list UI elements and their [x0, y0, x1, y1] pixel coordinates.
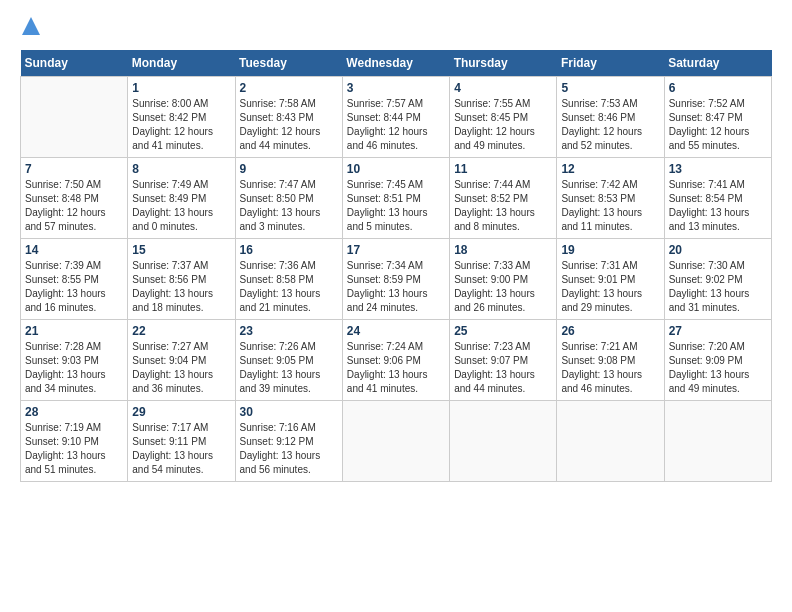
week-row-1: 1Sunrise: 8:00 AMSunset: 8:42 PMDaylight…	[21, 76, 772, 157]
day-header-saturday: Saturday	[664, 50, 771, 77]
week-row-4: 21Sunrise: 7:28 AMSunset: 9:03 PMDayligh…	[21, 319, 772, 400]
day-cell: 10Sunrise: 7:45 AMSunset: 8:51 PMDayligh…	[342, 157, 449, 238]
day-number: 24	[347, 324, 445, 338]
day-info: Sunrise: 7:27 AMSunset: 9:04 PMDaylight:…	[132, 340, 230, 396]
page-header	[20, 20, 772, 40]
calendar-header-row: SundayMondayTuesdayWednesdayThursdayFrid…	[21, 50, 772, 77]
day-number: 12	[561, 162, 659, 176]
day-number: 25	[454, 324, 552, 338]
day-info: Sunrise: 8:00 AMSunset: 8:42 PMDaylight:…	[132, 97, 230, 153]
day-number: 3	[347, 81, 445, 95]
week-row-2: 7Sunrise: 7:50 AMSunset: 8:48 PMDaylight…	[21, 157, 772, 238]
day-info: Sunrise: 7:37 AMSunset: 8:56 PMDaylight:…	[132, 259, 230, 315]
day-info: Sunrise: 7:58 AMSunset: 8:43 PMDaylight:…	[240, 97, 338, 153]
day-info: Sunrise: 7:39 AMSunset: 8:55 PMDaylight:…	[25, 259, 123, 315]
day-number: 10	[347, 162, 445, 176]
svg-marker-0	[22, 17, 40, 35]
day-cell: 6Sunrise: 7:52 AMSunset: 8:47 PMDaylight…	[664, 76, 771, 157]
day-number: 26	[561, 324, 659, 338]
day-info: Sunrise: 7:30 AMSunset: 9:02 PMDaylight:…	[669, 259, 767, 315]
day-info: Sunrise: 7:42 AMSunset: 8:53 PMDaylight:…	[561, 178, 659, 234]
day-info: Sunrise: 7:16 AMSunset: 9:12 PMDaylight:…	[240, 421, 338, 477]
day-header-thursday: Thursday	[450, 50, 557, 77]
day-cell: 12Sunrise: 7:42 AMSunset: 8:53 PMDayligh…	[557, 157, 664, 238]
day-number: 16	[240, 243, 338, 257]
week-row-3: 14Sunrise: 7:39 AMSunset: 8:55 PMDayligh…	[21, 238, 772, 319]
day-number: 4	[454, 81, 552, 95]
calendar-table: SundayMondayTuesdayWednesdayThursdayFrid…	[20, 50, 772, 482]
day-info: Sunrise: 7:31 AMSunset: 9:01 PMDaylight:…	[561, 259, 659, 315]
day-cell: 28Sunrise: 7:19 AMSunset: 9:10 PMDayligh…	[21, 400, 128, 481]
day-info: Sunrise: 7:53 AMSunset: 8:46 PMDaylight:…	[561, 97, 659, 153]
day-cell: 27Sunrise: 7:20 AMSunset: 9:09 PMDayligh…	[664, 319, 771, 400]
day-cell: 24Sunrise: 7:24 AMSunset: 9:06 PMDayligh…	[342, 319, 449, 400]
day-cell: 16Sunrise: 7:36 AMSunset: 8:58 PMDayligh…	[235, 238, 342, 319]
day-cell: 15Sunrise: 7:37 AMSunset: 8:56 PMDayligh…	[128, 238, 235, 319]
day-number: 7	[25, 162, 123, 176]
day-number: 21	[25, 324, 123, 338]
day-cell: 5Sunrise: 7:53 AMSunset: 8:46 PMDaylight…	[557, 76, 664, 157]
day-cell: 11Sunrise: 7:44 AMSunset: 8:52 PMDayligh…	[450, 157, 557, 238]
day-cell: 29Sunrise: 7:17 AMSunset: 9:11 PMDayligh…	[128, 400, 235, 481]
day-number: 11	[454, 162, 552, 176]
day-number: 1	[132, 81, 230, 95]
day-info: Sunrise: 7:47 AMSunset: 8:50 PMDaylight:…	[240, 178, 338, 234]
day-info: Sunrise: 7:23 AMSunset: 9:07 PMDaylight:…	[454, 340, 552, 396]
day-cell: 26Sunrise: 7:21 AMSunset: 9:08 PMDayligh…	[557, 319, 664, 400]
day-cell	[21, 76, 128, 157]
day-info: Sunrise: 7:41 AMSunset: 8:54 PMDaylight:…	[669, 178, 767, 234]
day-info: Sunrise: 7:17 AMSunset: 9:11 PMDaylight:…	[132, 421, 230, 477]
day-header-tuesday: Tuesday	[235, 50, 342, 77]
day-number: 17	[347, 243, 445, 257]
day-cell: 1Sunrise: 8:00 AMSunset: 8:42 PMDaylight…	[128, 76, 235, 157]
day-number: 18	[454, 243, 552, 257]
day-cell: 9Sunrise: 7:47 AMSunset: 8:50 PMDaylight…	[235, 157, 342, 238]
day-cell	[664, 400, 771, 481]
day-info: Sunrise: 7:44 AMSunset: 8:52 PMDaylight:…	[454, 178, 552, 234]
day-cell: 17Sunrise: 7:34 AMSunset: 8:59 PMDayligh…	[342, 238, 449, 319]
day-number: 30	[240, 405, 338, 419]
day-info: Sunrise: 7:19 AMSunset: 9:10 PMDaylight:…	[25, 421, 123, 477]
day-info: Sunrise: 7:26 AMSunset: 9:05 PMDaylight:…	[240, 340, 338, 396]
day-number: 23	[240, 324, 338, 338]
day-cell: 14Sunrise: 7:39 AMSunset: 8:55 PMDayligh…	[21, 238, 128, 319]
calendar-body: 1Sunrise: 8:00 AMSunset: 8:42 PMDaylight…	[21, 76, 772, 481]
day-info: Sunrise: 7:36 AMSunset: 8:58 PMDaylight:…	[240, 259, 338, 315]
day-info: Sunrise: 7:24 AMSunset: 9:06 PMDaylight:…	[347, 340, 445, 396]
logo	[20, 20, 40, 40]
day-cell	[557, 400, 664, 481]
day-info: Sunrise: 7:33 AMSunset: 9:00 PMDaylight:…	[454, 259, 552, 315]
day-header-friday: Friday	[557, 50, 664, 77]
day-cell: 23Sunrise: 7:26 AMSunset: 9:05 PMDayligh…	[235, 319, 342, 400]
day-info: Sunrise: 7:21 AMSunset: 9:08 PMDaylight:…	[561, 340, 659, 396]
day-info: Sunrise: 7:50 AMSunset: 8:48 PMDaylight:…	[25, 178, 123, 234]
day-cell: 7Sunrise: 7:50 AMSunset: 8:48 PMDaylight…	[21, 157, 128, 238]
day-header-monday: Monday	[128, 50, 235, 77]
day-info: Sunrise: 7:57 AMSunset: 8:44 PMDaylight:…	[347, 97, 445, 153]
day-number: 27	[669, 324, 767, 338]
week-row-5: 28Sunrise: 7:19 AMSunset: 9:10 PMDayligh…	[21, 400, 772, 481]
day-cell: 22Sunrise: 7:27 AMSunset: 9:04 PMDayligh…	[128, 319, 235, 400]
day-cell	[450, 400, 557, 481]
day-number: 6	[669, 81, 767, 95]
day-number: 28	[25, 405, 123, 419]
day-cell: 2Sunrise: 7:58 AMSunset: 8:43 PMDaylight…	[235, 76, 342, 157]
day-cell: 30Sunrise: 7:16 AMSunset: 9:12 PMDayligh…	[235, 400, 342, 481]
day-cell: 4Sunrise: 7:55 AMSunset: 8:45 PMDaylight…	[450, 76, 557, 157]
day-info: Sunrise: 7:52 AMSunset: 8:47 PMDaylight:…	[669, 97, 767, 153]
day-number: 8	[132, 162, 230, 176]
day-header-wednesday: Wednesday	[342, 50, 449, 77]
day-number: 22	[132, 324, 230, 338]
day-cell: 19Sunrise: 7:31 AMSunset: 9:01 PMDayligh…	[557, 238, 664, 319]
day-cell: 20Sunrise: 7:30 AMSunset: 9:02 PMDayligh…	[664, 238, 771, 319]
day-cell	[342, 400, 449, 481]
day-cell: 3Sunrise: 7:57 AMSunset: 8:44 PMDaylight…	[342, 76, 449, 157]
day-cell: 13Sunrise: 7:41 AMSunset: 8:54 PMDayligh…	[664, 157, 771, 238]
day-number: 14	[25, 243, 123, 257]
day-number: 13	[669, 162, 767, 176]
day-cell: 18Sunrise: 7:33 AMSunset: 9:00 PMDayligh…	[450, 238, 557, 319]
day-info: Sunrise: 7:55 AMSunset: 8:45 PMDaylight:…	[454, 97, 552, 153]
day-cell: 21Sunrise: 7:28 AMSunset: 9:03 PMDayligh…	[21, 319, 128, 400]
day-number: 9	[240, 162, 338, 176]
logo-icon	[22, 17, 40, 35]
